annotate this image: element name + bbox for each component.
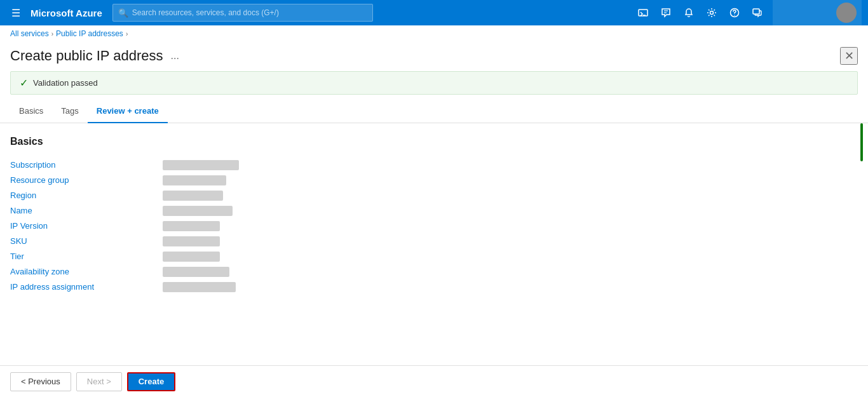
close-button[interactable]: ✕ — [840, 47, 858, 65]
value-ip-version — [163, 221, 220, 231]
breadcrumb: All services › Public IP addresses › — [0, 25, 868, 42]
table-row: IP address assignment — [10, 279, 858, 295]
tab-review-create[interactable]: Review + create — [88, 102, 168, 123]
search-input[interactable] — [132, 8, 368, 17]
settings-icon[interactable] — [702, 3, 722, 23]
breadcrumb-public-ip[interactable]: Public IP addresses — [56, 29, 123, 38]
breadcrumb-all-services[interactable]: All services — [10, 29, 49, 38]
search-icon: 🔍 — [118, 8, 128, 18]
nav-icons-group — [633, 3, 768, 23]
table-row: IP Version — [10, 219, 858, 234]
tab-tags[interactable]: Tags — [52, 102, 87, 123]
main-content: Basics Subscription Resource group Regio… — [0, 123, 868, 397]
value-region — [163, 191, 223, 201]
value-name — [163, 206, 233, 216]
tab-basics[interactable]: Basics — [10, 102, 52, 123]
next-button: Next > — [76, 372, 122, 391]
brand-logo: Microsoft Azure — [31, 8, 102, 18]
create-button[interactable]: Create — [127, 372, 175, 391]
page-header: Create public IP address ... ✕ — [0, 42, 868, 65]
table-row: Subscription — [10, 158, 858, 173]
global-search-box[interactable]: 🔍 — [112, 4, 374, 22]
user-area[interactable] — [773, 0, 862, 25]
page-content: All services › Public IP addresses › Cre… — [0, 25, 868, 397]
page-title: Create public IP address — [10, 48, 163, 64]
validation-text: Validation passed — [33, 78, 98, 88]
table-row: SKU — [10, 234, 858, 249]
value-availability-zone — [163, 267, 229, 277]
label-region: Region — [10, 191, 163, 200]
basics-details-table: Subscription Resource group Region Name … — [10, 158, 858, 295]
scroll-indicator — [860, 123, 863, 161]
table-row: Tier — [10, 249, 858, 264]
label-name: Name — [10, 206, 163, 215]
breadcrumb-separator-1: › — [51, 30, 53, 37]
table-row: Availability zone — [10, 264, 858, 279]
validation-check-icon: ✓ — [20, 77, 28, 89]
portal-feedback-icon[interactable] — [747, 3, 768, 23]
label-sku: SKU — [10, 236, 163, 246]
label-ip-assignment: IP address assignment — [10, 282, 163, 292]
value-resource-group — [163, 175, 226, 185]
label-availability-zone: Availability zone — [10, 267, 163, 276]
notifications-icon[interactable] — [679, 3, 699, 23]
help-icon[interactable] — [724, 3, 745, 23]
value-tier — [163, 252, 220, 262]
more-options-button[interactable]: ... — [171, 50, 179, 62]
wizard-tabs: Basics Tags Review + create — [0, 95, 868, 123]
label-resource-group: Resource group — [10, 175, 163, 185]
section-basics-title: Basics — [10, 136, 858, 147]
svg-point-6 — [734, 15, 735, 15]
top-navigation: ☰ Microsoft Azure 🔍 — [0, 0, 868, 25]
cloud-shell-icon[interactable] — [633, 3, 653, 23]
svg-point-4 — [710, 11, 714, 15]
svg-rect-7 — [753, 9, 759, 14]
hamburger-menu-button[interactable]: ☰ — [6, 4, 25, 22]
label-tier: Tier — [10, 252, 163, 261]
breadcrumb-separator-2: › — [126, 30, 128, 37]
value-ip-assignment — [163, 282, 236, 292]
table-row: Region — [10, 188, 858, 203]
table-row: Resource group — [10, 173, 858, 188]
label-subscription: Subscription — [10, 160, 163, 170]
label-ip-version: IP Version — [10, 221, 163, 231]
previous-button[interactable]: < Previous — [10, 372, 71, 391]
table-row: Name — [10, 203, 858, 219]
validation-banner: ✓ Validation passed — [10, 71, 858, 95]
value-subscription — [163, 160, 239, 170]
feedback-icon[interactable] — [656, 3, 676, 23]
wizard-footer: < Previous Next > Create — [0, 365, 868, 397]
value-sku — [163, 236, 220, 246]
avatar[interactable] — [836, 3, 857, 23]
